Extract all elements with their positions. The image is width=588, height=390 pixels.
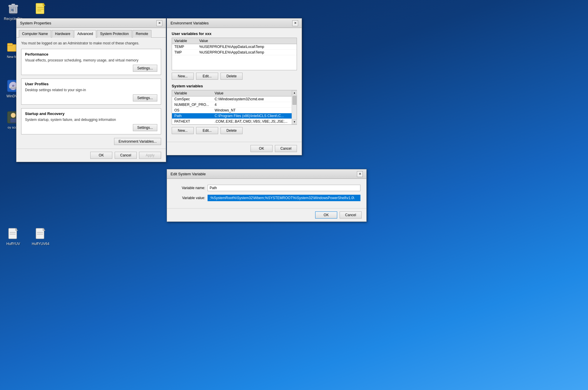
svg-text:♻: ♻: [11, 8, 14, 11]
user-vars-label: User variables for xxx: [172, 31, 297, 36]
tab-system-protection[interactable]: System Protection: [97, 30, 132, 38]
table-row[interactable]: OS Windows_NT: [172, 108, 292, 113]
environment-variables-button[interactable]: Environment Variables...: [114, 138, 161, 145]
environment-variables-title: Environment Variables: [171, 21, 209, 25]
tab-remote[interactable]: Remote: [133, 30, 151, 38]
system-properties-window: System Properties ✕ Computer Name Hardwa…: [16, 18, 166, 162]
admin-warning-text: You must be logged on as an Administrato…: [21, 41, 161, 45]
scroll-up-button[interactable]: ▲: [292, 90, 297, 95]
user-profiles-description: Desktop settings related to your sign-in: [25, 88, 157, 92]
sys-var-path-value: C:\Program Files (x86)\Intel\iCLS Client…: [212, 113, 292, 119]
sys-vars-delete-button[interactable]: Delete: [220, 127, 243, 134]
user-vars-col-variable: Variable: [172, 38, 197, 44]
system-properties-title: System Properties: [20, 21, 51, 25]
system-vars-table: Variable Value ComSpec C:\Windows\system…: [172, 90, 292, 124]
environment-variables-titlebar: Environment Variables ✕: [167, 19, 302, 28]
environment-variables-ok-button[interactable]: OK: [250, 145, 273, 152]
environment-variables-content: User variables for xxx Variable Value TE…: [167, 28, 302, 142]
performance-description: Visual effects, processor scheduling, me…: [25, 58, 157, 62]
environment-variables-window: Environment Variables ✕ User variables f…: [167, 18, 302, 155]
tab-computer-name[interactable]: Computer Name: [19, 30, 51, 38]
svg-rect-3: [11, 4, 15, 6]
scroll-thumb[interactable]: [293, 96, 296, 105]
table-row[interactable]: Path C:\Program Files (x86)\Intel\iCLS C…: [172, 113, 292, 119]
table-row[interactable]: NUMBER_OF_PRO... 4: [172, 102, 292, 108]
system-properties-tabs: Computer Name Hardware Advanced System P…: [16, 28, 166, 38]
sys-vars-col-value: Value: [212, 90, 292, 96]
edit-system-variable-cancel-button[interactable]: Cancel: [340, 211, 362, 219]
sys-var-path-name: Path: [172, 113, 212, 119]
svg-rect-21: [10, 119, 16, 123]
tab-hardware[interactable]: Hardware: [52, 30, 74, 38]
table-row[interactable]: ComSpec C:\Windows\system32\cmd.exe: [172, 96, 292, 102]
var-value-input[interactable]: [208, 195, 360, 201]
edit-system-variable-window: Edit System Variable ✕ Variable name: Va…: [167, 169, 367, 222]
system-properties-footer: OK Cancel Apply: [16, 149, 166, 162]
startup-recovery-description: System startup, system failure, and debu…: [25, 118, 157, 122]
user-profiles-title: User Profiles: [25, 82, 157, 86]
table-row[interactable]: TEMP %USERPROFILE%\AppData\Local\Temp: [172, 44, 297, 50]
var-name-input[interactable]: [208, 185, 360, 191]
sys-var-comspec-name: ComSpec: [172, 96, 212, 102]
svg-point-20: [11, 113, 16, 118]
sys-var-pathext-value: .COM;.EXE;.BAT;.CMD;.VBS;.VBE;.JS;.JSE;.…: [212, 119, 292, 124]
user-var-tmp-value: %USERPROFILE%\AppData\Local\Temp: [197, 50, 297, 55]
user-profiles-settings-button[interactable]: Settings...: [133, 94, 157, 101]
edit-system-variable-close[interactable]: ✕: [357, 171, 363, 177]
user-vars-delete-button[interactable]: Delete: [220, 73, 243, 80]
startup-recovery-title: Startup and Recovery: [25, 111, 157, 116]
svg-rect-14: [7, 43, 13, 46]
system-properties-ok-button[interactable]: OK: [90, 152, 112, 159]
table-row[interactable]: PATHEXT .COM;.EXE;.BAT;.CMD;.VBS;.VBE;.J…: [172, 119, 292, 124]
scroll-track: [292, 95, 297, 119]
system-properties-content: You must be logged on as an Administrato…: [16, 38, 166, 149]
sys-var-comspec-value: C:\Windows\system32\cmd.exe: [212, 96, 292, 102]
performance-settings-button[interactable]: Settings...: [133, 65, 157, 72]
user-var-temp-name: TEMP: [172, 44, 197, 50]
environment-variables-footer: OK Cancel: [167, 142, 302, 155]
environment-variables-cancel-button[interactable]: Cancel: [275, 145, 297, 152]
sys-vars-col-variable: Variable: [172, 90, 212, 96]
performance-section: Performance Visual effects, processor sc…: [21, 49, 161, 75]
huffyuv-icon[interactable]: HuffYUV: [1, 226, 25, 246]
file-icon[interactable]: [29, 1, 52, 17]
sys-var-os-value: Windows_NT: [212, 108, 292, 113]
user-profiles-section: User Profiles Desktop settings related t…: [21, 79, 161, 105]
user-vars-col-value: Value: [197, 38, 297, 44]
sys-var-os-name: OS: [172, 108, 212, 113]
user-vars-table: Variable Value TEMP %USERPROFILE%\AppDat…: [172, 38, 297, 55]
edit-system-variable-title: Edit System Variable: [171, 172, 206, 176]
system-properties-cancel-button[interactable]: Cancel: [115, 152, 137, 159]
var-value-label: Variable value:: [173, 196, 205, 200]
system-vars-inner: Variable Value ComSpec C:\Windows\system…: [172, 90, 297, 124]
system-vars-label: System variables: [172, 84, 297, 88]
var-name-row: Variable name:: [173, 185, 360, 191]
environment-variables-close[interactable]: ✕: [292, 20, 298, 26]
user-var-temp-value: %USERPROFILE%\AppData\Local\Temp: [197, 44, 297, 50]
sys-var-numproc-name: NUMBER_OF_PRO...: [172, 102, 212, 108]
sys-var-numproc-value: 4: [212, 102, 292, 108]
system-properties-close[interactable]: ✕: [156, 20, 162, 26]
table-row[interactable]: TMP %USERPROFILE%\AppData\Local\Temp: [172, 50, 297, 55]
startup-recovery-settings-button[interactable]: Settings...: [133, 124, 157, 131]
sys-vars-edit-button[interactable]: Edit...: [196, 127, 218, 134]
user-vars-table-container: Variable Value TEMP %USERPROFILE%\AppDat…: [172, 38, 297, 70]
sys-var-pathext-name: PATHEXT: [172, 119, 212, 124]
user-var-tmp-name: TMP: [172, 50, 197, 55]
huffyuv64-icon[interactable]: HuffYUV64: [29, 226, 52, 246]
huffyuv64-label: HuffYUV64: [32, 242, 49, 246]
system-properties-apply-button[interactable]: Apply: [139, 152, 161, 159]
edit-system-variable-content: Variable name: Variable value:: [167, 179, 366, 208]
sys-vars-new-button[interactable]: New...: [172, 127, 194, 134]
user-vars-new-button[interactable]: New...: [172, 73, 194, 80]
edit-system-variable-titlebar: Edit System Variable ✕: [167, 169, 366, 179]
tab-advanced[interactable]: Advanced: [74, 30, 96, 38]
edit-system-variable-ok-button[interactable]: OK: [315, 211, 337, 219]
system-properties-titlebar: System Properties ✕: [16, 19, 166, 28]
startup-recovery-section: Startup and Recovery System startup, sys…: [21, 108, 161, 134]
user-vars-edit-button[interactable]: Edit...: [196, 73, 218, 80]
var-name-label: Variable name:: [173, 186, 205, 190]
var-value-row: Variable value:: [173, 195, 360, 201]
scroll-down-button[interactable]: ▼: [292, 119, 297, 124]
huffyuv-label: HuffYUV: [6, 242, 20, 246]
